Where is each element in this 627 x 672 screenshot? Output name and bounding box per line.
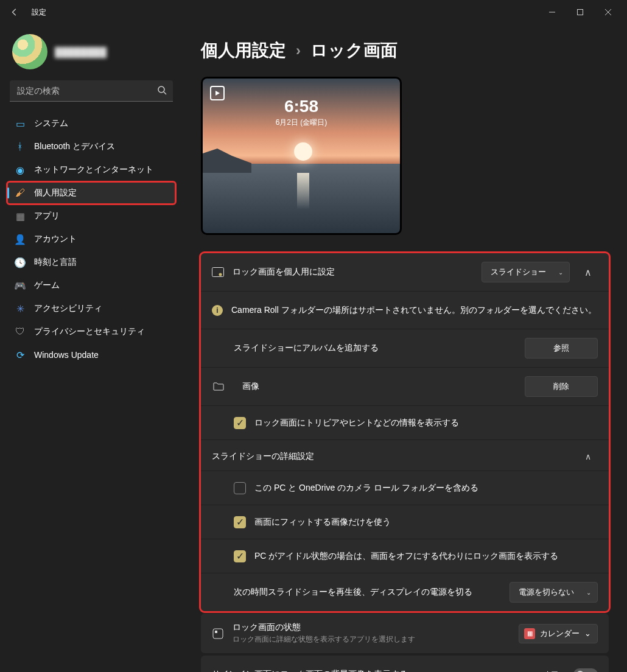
status-title: ロック画面の状態 <box>233 622 510 633</box>
profile-name: ████████ <box>55 47 107 57</box>
personalize-title: ロック画面を個人用に設定 <box>233 267 473 278</box>
chevron-down-icon: ⌄ <box>558 269 563 276</box>
preview-date: 6月2日 (金曜日) <box>203 117 400 128</box>
breadcrumb-page: ロック画面 <box>310 39 398 62</box>
trivia-row: ✓ ロック画面にトリビアやヒントなどの情報を表示する <box>201 405 609 439</box>
clock-icon: 🕓 <box>15 257 26 268</box>
breadcrumb: 個人用設定 › ロック画面 <box>201 39 609 62</box>
svg-line-3 <box>164 92 166 94</box>
wifi-icon: ◉ <box>15 164 26 175</box>
nav-time-language[interactable]: 🕓時刻と言語 <box>7 251 175 273</box>
nav-system[interactable]: ▭システム <box>7 113 175 135</box>
shield-icon: 🛡 <box>15 326 26 337</box>
lockscreen-status-panel: ロック画面の状態 ロック画面に詳細な状態を表示するアプリを選択します ▦ カレン… <box>201 614 609 653</box>
svg-rect-7 <box>215 631 217 633</box>
preview-time: 6:58 <box>203 97 400 116</box>
trivia-checkbox[interactable]: ✓ <box>234 417 246 429</box>
svg-point-5 <box>219 273 222 276</box>
fit-checkbox[interactable]: ✓ <box>234 516 246 528</box>
collapse-button[interactable]: ∧ <box>578 452 598 461</box>
nav-accounts[interactable]: 👤アカウント <box>7 228 175 250</box>
search-box[interactable] <box>10 80 173 102</box>
bluetooth-icon: ᚼ <box>15 141 26 152</box>
nav-bluetooth[interactable]: ᚼBluetooth とデバイス <box>7 136 175 158</box>
nav-privacy[interactable]: 🛡プライバシーとセキュリティ <box>7 321 175 343</box>
nav-network[interactable]: ◉ネットワークとインターネット <box>7 159 175 181</box>
search-icon <box>157 85 167 95</box>
collapse-button[interactable]: ∧ <box>578 267 598 278</box>
lockscreen-personalize-panel: ロック画面を個人用に設定 スライドショー ⌄ ∧ i Camera Roll フ… <box>201 253 609 611</box>
status-app-dropdown[interactable]: ▦ カレンダー ⌄ <box>519 624 598 643</box>
window-title: 設定 <box>32 7 46 18</box>
signin-toggle-label: オフ <box>543 669 559 672</box>
chevron-right-icon: › <box>296 42 301 59</box>
breadcrumb-root[interactable]: 個人用設定 <box>201 39 286 62</box>
nav-accessibility[interactable]: ✳アクセシビリティ <box>7 298 175 320</box>
folder-row: 画像 削除 <box>201 367 609 405</box>
delete-button[interactable]: 削除 <box>525 376 598 397</box>
calendar-icon: ▦ <box>524 628 535 639</box>
turnoff-dropdown[interactable]: 電源を切らない ⌄ <box>510 582 598 603</box>
svg-rect-4 <box>212 268 224 277</box>
back-button[interactable] <box>5 2 24 22</box>
nav-apps[interactable]: ▦アプリ <box>7 205 175 227</box>
svg-rect-6 <box>213 629 223 639</box>
camera-roll-row: この PC と OneDrive のカメラ ロール フォルダーを含める <box>201 471 609 505</box>
advanced-header[interactable]: スライドショーの詳細設定 ∧ <box>201 439 609 471</box>
apps-icon: ▦ <box>15 211 26 222</box>
avatar <box>12 34 47 69</box>
idle-checkbox[interactable]: ✓ <box>234 550 246 562</box>
chevron-down-icon: ⌄ <box>584 629 591 638</box>
nav-personalization[interactable]: 🖌個人用設定 <box>7 182 175 204</box>
minimize-button[interactable] <box>538 2 566 22</box>
info-icon: i <box>212 305 223 316</box>
status-icon <box>212 628 224 639</box>
gamepad-icon: 🎮 <box>15 280 26 291</box>
signin-toggle[interactable] <box>573 668 598 672</box>
signin-panel: サインイン画面にロック画面の背景画像を表示する オフ <box>201 656 609 672</box>
person-icon: 👤 <box>15 234 26 245</box>
svg-rect-1 <box>578 10 583 15</box>
personalize-row[interactable]: ロック画面を個人用に設定 スライドショー ⌄ ∧ <box>201 253 609 291</box>
monitor-icon: ▭ <box>15 118 26 129</box>
camera-roll-checkbox[interactable] <box>234 482 246 494</box>
brush-icon: 🖌 <box>15 187 26 198</box>
close-button[interactable] <box>594 2 622 22</box>
picture-icon <box>212 267 224 277</box>
update-icon: ⟳ <box>15 349 26 360</box>
svg-point-2 <box>158 86 164 93</box>
warning-row: i Camera Roll フォルダーの場所はサポートされていません。別のフォル… <box>201 291 609 329</box>
browse-button[interactable]: 参照 <box>525 338 598 359</box>
chevron-down-icon: ⌄ <box>586 589 591 596</box>
add-album-row: スライドショーにアルバムを追加する 参照 <box>201 329 609 367</box>
status-row[interactable]: ロック画面の状態 ロック画面に詳細な状態を表示するアプリを選択します ▦ カレン… <box>201 614 609 653</box>
signin-row: サインイン画面にロック画面の背景画像を表示する オフ <box>201 656 609 672</box>
accessibility-icon: ✳ <box>15 303 26 314</box>
maximize-button[interactable] <box>566 2 594 22</box>
lockscreen-preview: 6:58 6月2日 (金曜日) <box>201 77 402 235</box>
profile[interactable]: ████████ <box>7 30 175 80</box>
nav-gaming[interactable]: 🎮ゲーム <box>7 275 175 296</box>
fit-row: ✓ 画面にフィットする画像だけを使う <box>201 505 609 539</box>
idle-row: ✓ PC がアイドル状態の場合は、画面をオフにする代わりにロック画面を表示する <box>201 539 609 573</box>
folder-icon <box>213 382 225 391</box>
status-subtitle: ロック画面に詳細な状態を表示するアプリを選択します <box>233 634 510 645</box>
personalize-dropdown[interactable]: スライドショー ⌄ <box>482 262 570 282</box>
nav-windows-update[interactable]: ⟳Windows Update <box>7 344 175 366</box>
turnoff-row: 次の時間スライドショーを再生後、ディスプレイの電源を切る 電源を切らない ⌄ <box>201 573 609 611</box>
search-input[interactable] <box>10 80 173 102</box>
